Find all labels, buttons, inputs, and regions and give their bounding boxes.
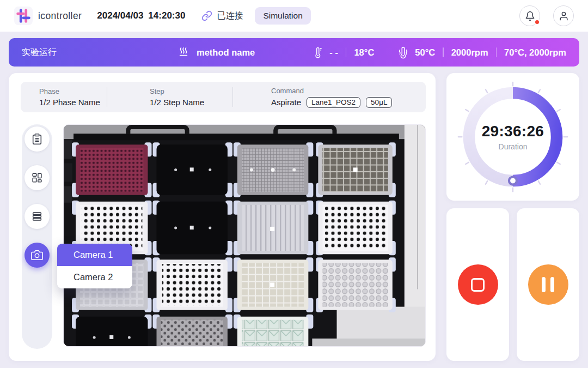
top-actions [519,5,574,26]
view-rail [22,124,52,349]
temp1-target: 18°C [354,47,374,58]
camera-feed-image [64,125,426,347]
step-label: Step [150,87,232,95]
phase-value: 1/2 Phase Name [39,98,107,107]
steps-list-view-button[interactable] [24,204,50,229]
command-column: Command Aspirate Lane1_POS2 50μL [233,87,426,108]
temperature-readouts: - - 18°C 50°C 2000rpm 70°C, 2000rpm [313,46,566,59]
temp2-speed: 2000rpm [451,47,488,58]
camera-icon [31,249,43,261]
notifications-button[interactable] [519,5,540,26]
stop-card [446,208,509,361]
heat-icon [177,46,189,58]
separator [346,47,347,57]
duration-card: 29:36:26 Duration [446,73,579,201]
date-text: 2024/04/03 [97,10,143,21]
stop-button[interactable] [458,264,498,305]
thermometer-icon [313,47,324,58]
protocol-icon [31,133,43,145]
run-status-bar: 实验运行 method name - - 18°C 50°C 2000rpm 7 [9,38,579,67]
run-info-bar: Phase 1/2 Phase Name Step 1/2 Step Name … [21,82,426,112]
experiment-card: Phase 1/2 Phase Name Step 1/2 Step Name … [9,73,436,361]
separator [496,47,497,57]
method-name-group: method name [177,46,255,58]
notification-dot [534,19,540,25]
run-status-title: 实验运行 [22,47,57,58]
duration-readout: 29:36:26 Duration [482,123,544,151]
camera-select-menu: Camera 1 Camera 2 [57,244,132,288]
temp1-value: - - [329,47,338,58]
method-name: method name [197,47,255,58]
brand: icontroller [14,7,82,25]
phase-column: Phase 1/2 Phase Name [21,87,107,107]
thermometer-wave-icon [397,46,409,59]
content-area: Phase 1/2 Phase Name Step 1/2 Step Name … [9,73,579,361]
duration-value: 29:36:26 [482,123,544,140]
temp2-value: 50°C [415,47,435,58]
layers-icon [31,210,43,222]
pause-card [517,208,579,361]
command-chip-position: Lane1_POS2 [307,97,360,108]
connection-status: 已连接 [201,10,243,22]
camera-menu-item-1[interactable]: Camera 1 [57,244,132,266]
separator [443,47,444,57]
duration-label: Duration [482,142,544,151]
command-chip-volume: 50μL [366,97,392,108]
simulation-badge: Simulation [255,7,310,25]
deck-layout-view-button[interactable] [24,165,50,190]
temp2-target: 70°C, 2000rpm [504,47,566,58]
run-controls [446,208,579,361]
connection-label: 已连接 [217,10,243,22]
app-title: icontroller [38,10,82,22]
right-column: 29:36:26 Duration [446,73,579,361]
pause-icon [542,277,546,292]
user-button[interactable] [553,5,574,26]
link-icon [201,10,212,21]
user-icon [559,11,569,21]
datetime: 2024/04/03 14:20:30 [97,10,185,21]
step-value: 1/2 Step Name [150,98,232,107]
camera-menu-item-2[interactable]: Camera 2 [57,266,132,288]
top-bar: icontroller 2024/04/03 14:20:30 已连接 Simu… [0,0,588,32]
command-value: Aspirate [271,98,301,107]
dashboard-icon [31,172,43,184]
protocol-view-button[interactable] [24,126,50,152]
workspace: Camera 1 Camera 2 [21,124,426,349]
command-label: Command [271,87,426,95]
time-text: 14:20:30 [148,10,185,21]
camera-view-button[interactable] [24,243,50,268]
step-column: Step 1/2 Step Name [107,87,232,107]
pause-button[interactable] [528,264,568,305]
stop-icon [471,278,485,292]
app-logo [14,7,33,25]
ring-handle [509,177,517,185]
camera-feed [63,124,426,347]
phase-label: Phase [39,87,107,95]
command-row: Aspirate Lane1_POS2 50μL [271,97,426,108]
bell-icon [525,11,535,21]
